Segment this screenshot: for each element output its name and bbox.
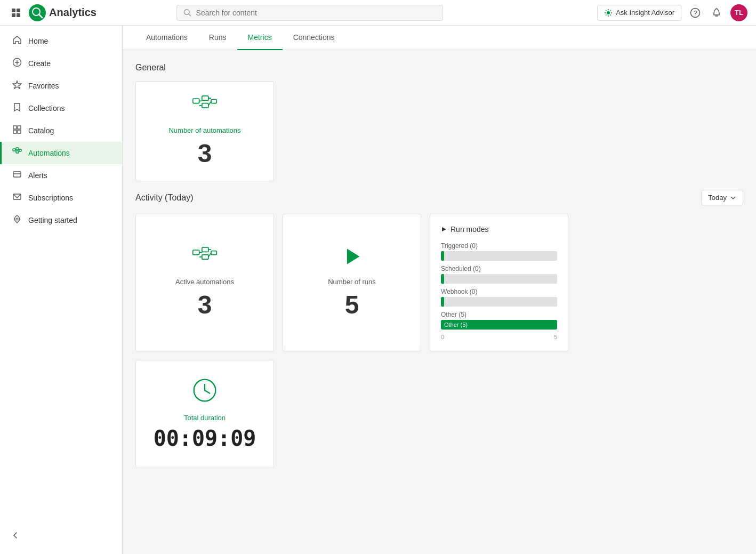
search-bar[interactable] xyxy=(176,5,443,21)
chart-bar-other-label: Other (5) xyxy=(441,311,557,318)
total-duration-value: 00:09:09 xyxy=(154,426,256,451)
app-name: Analytics xyxy=(49,6,96,19)
svg-rect-30 xyxy=(16,151,19,153)
svg-rect-3 xyxy=(17,13,20,17)
sidebar-label-subscriptions: Subscriptions xyxy=(28,194,73,202)
activity-cards-row: Active automations 3 Number of runs 5 xyxy=(135,214,743,351)
rocket-icon xyxy=(12,214,22,226)
sidebar-label-collections: Collections xyxy=(28,104,65,113)
page-content: General xyxy=(123,50,756,554)
sidebar-label-home: Home xyxy=(28,37,48,45)
number-of-runs-value: 5 xyxy=(345,290,359,319)
svg-line-48 xyxy=(208,101,211,106)
notifications-icon[interactable] xyxy=(709,5,724,20)
insight-icon xyxy=(604,9,613,17)
svg-rect-43 xyxy=(202,103,208,108)
header-left: Analytics xyxy=(9,4,96,21)
sidebar-item-create[interactable]: Create xyxy=(0,52,122,75)
alerts-icon xyxy=(12,170,22,181)
total-duration-label: Total duration xyxy=(184,414,226,422)
svg-rect-0 xyxy=(12,9,15,12)
search-icon xyxy=(183,9,191,17)
svg-line-56 xyxy=(208,253,211,257)
tab-metrics[interactable]: Metrics xyxy=(237,26,283,50)
sidebar-label-getting-started: Getting started xyxy=(28,216,77,224)
active-automations-value: 3 xyxy=(198,290,212,319)
svg-text:?: ? xyxy=(694,10,697,17)
main-layout: Home Create Favorites Collections Catalo… xyxy=(0,26,756,554)
active-automations-card: Active automations 3 xyxy=(135,214,274,351)
chart-bar-triggered-fill xyxy=(441,251,444,261)
svg-rect-1 xyxy=(17,9,20,12)
sidebar-label-create: Create xyxy=(28,59,51,68)
run-modes-play-icon xyxy=(441,226,447,232)
sidebar-item-subscriptions[interactable]: Subscriptions xyxy=(0,187,122,209)
chart-bar-scheduled: Scheduled (0) xyxy=(441,265,557,284)
activity-section-title: Activity (Today) xyxy=(135,193,193,203)
svg-rect-25 xyxy=(18,126,21,129)
tab-automations[interactable]: Automations xyxy=(135,26,198,50)
chart-axis-max: 5 xyxy=(554,334,557,340)
plus-icon xyxy=(12,58,22,69)
chart-bar-other: Other (5) Other (5) xyxy=(441,311,557,330)
today-dropdown-label: Today xyxy=(708,194,727,202)
chart-bar-triggered-label: Triggered (0) xyxy=(441,242,557,250)
automations-icon xyxy=(12,147,22,159)
sidebar-item-getting-started[interactable]: Getting started xyxy=(0,209,122,231)
svg-rect-49 xyxy=(193,250,199,255)
chart-axis-min: 0 xyxy=(441,334,444,340)
insight-advisor-label: Ask Insight Advisor xyxy=(616,9,674,17)
svg-point-39 xyxy=(16,218,18,220)
insight-advisor-button[interactable]: Ask Insight Advisor xyxy=(597,5,681,21)
dropdown-chevron-icon xyxy=(730,195,736,201)
today-dropdown[interactable]: Today xyxy=(701,190,743,205)
run-modes-card: Run modes Triggered (0) Scheduled (0) xyxy=(430,214,568,351)
chart-bar-triggered-track xyxy=(441,251,557,261)
sidebar-label-automations: Automations xyxy=(28,149,70,157)
svg-rect-28 xyxy=(13,149,15,151)
chart-bar-webhook-fill xyxy=(441,297,444,307)
chart-bar-scheduled-track xyxy=(441,274,557,284)
help-icon[interactable]: ? xyxy=(688,5,703,20)
content-area: Automations Runs Metrics Connections Gen… xyxy=(123,26,756,554)
chart-bar-webhook: Webhook (0) xyxy=(441,288,557,307)
tab-connections[interactable]: Connections xyxy=(283,26,345,50)
sidebar-item-collections[interactable]: Collections xyxy=(0,97,122,119)
sidebar-item-alerts[interactable]: Alerts xyxy=(0,164,122,187)
play-card-icon xyxy=(341,246,363,269)
sidebar-label-alerts: Alerts xyxy=(28,171,47,180)
sidebar-item-automations[interactable]: Automations xyxy=(0,142,122,164)
chart-bar-other-fill: Other (5) xyxy=(441,320,557,330)
chart-bar-scheduled-fill xyxy=(441,274,444,284)
header-right: Ask Insight Advisor ? TL xyxy=(597,4,747,21)
svg-line-15 xyxy=(610,10,612,11)
search-input[interactable] xyxy=(196,9,437,17)
svg-line-14 xyxy=(610,14,612,15)
number-of-automations-label: Number of automations xyxy=(168,126,240,134)
avatar[interactable]: TL xyxy=(730,4,747,21)
svg-line-13 xyxy=(606,10,607,11)
sidebar-label-favorites: Favorites xyxy=(28,82,59,90)
svg-marker-58 xyxy=(442,227,446,231)
general-cards-row: Number of automations 3 xyxy=(135,81,743,181)
chart-bar-webhook-label: Webhook (0) xyxy=(441,288,557,295)
general-section-title: General xyxy=(135,63,743,73)
svg-rect-31 xyxy=(19,149,21,151)
svg-rect-42 xyxy=(202,96,208,101)
tab-runs[interactable]: Runs xyxy=(198,26,237,50)
sidebar-collapse-button[interactable] xyxy=(0,525,122,545)
number-of-automations-card: Number of automations 3 xyxy=(135,81,274,181)
number-of-runs-label: Number of runs xyxy=(328,278,376,286)
sidebar-bottom xyxy=(0,521,122,550)
sidebar: Home Create Favorites Collections Catalo… xyxy=(0,26,123,554)
chart-bar-scheduled-label: Scheduled (0) xyxy=(441,265,557,272)
sidebar-item-catalog[interactable]: Catalog xyxy=(0,119,122,142)
home-icon xyxy=(12,35,22,47)
svg-marker-57 xyxy=(347,248,360,264)
chart-bar-other-fill-label: Other (5) xyxy=(444,322,468,328)
sidebar-item-home[interactable]: Home xyxy=(0,30,122,52)
sidebar-item-favorites[interactable]: Favorites xyxy=(0,75,122,97)
number-of-automations-value: 3 xyxy=(198,139,212,168)
duration-cards-row: Total duration 00:09:09 xyxy=(135,360,743,468)
grid-menu-icon[interactable] xyxy=(9,5,23,20)
